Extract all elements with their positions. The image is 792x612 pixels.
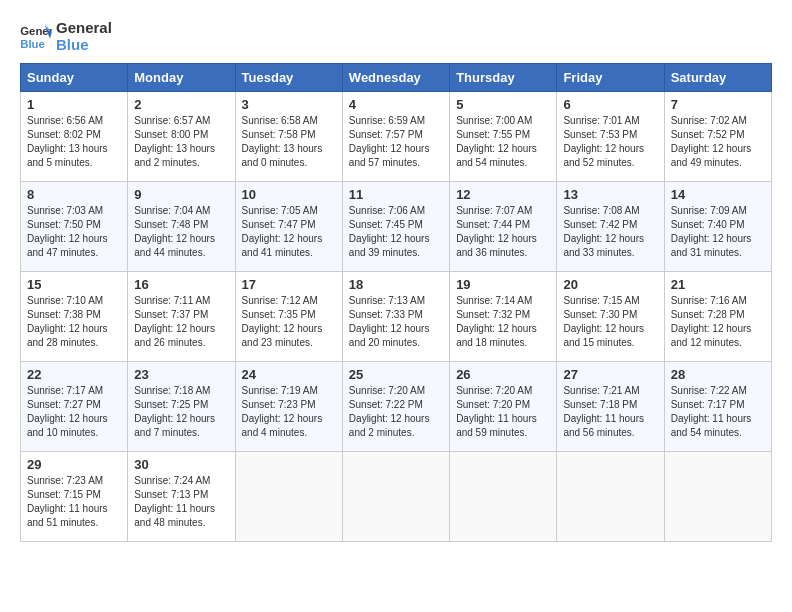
calendar-cell: 18Sunrise: 7:13 AMSunset: 7:33 PMDayligh… xyxy=(342,272,449,362)
col-header-sunday: Sunday xyxy=(21,64,128,92)
calendar-cell: 28Sunrise: 7:22 AMSunset: 7:17 PMDayligh… xyxy=(664,362,771,452)
day-info: Sunrise: 7:10 AMSunset: 7:38 PMDaylight:… xyxy=(27,294,121,350)
day-number: 12 xyxy=(456,187,550,202)
day-info: Sunrise: 7:21 AMSunset: 7:18 PMDaylight:… xyxy=(563,384,657,440)
day-number: 1 xyxy=(27,97,121,112)
day-number: 19 xyxy=(456,277,550,292)
day-info: Sunrise: 7:04 AMSunset: 7:48 PMDaylight:… xyxy=(134,204,228,260)
svg-text:Blue: Blue xyxy=(20,37,45,49)
day-info: Sunrise: 7:23 AMSunset: 7:15 PMDaylight:… xyxy=(27,474,121,530)
calendar-cell: 6Sunrise: 7:01 AMSunset: 7:53 PMDaylight… xyxy=(557,92,664,182)
day-info: Sunrise: 7:11 AMSunset: 7:37 PMDaylight:… xyxy=(134,294,228,350)
day-info: Sunrise: 7:17 AMSunset: 7:27 PMDaylight:… xyxy=(27,384,121,440)
calendar-cell: 16Sunrise: 7:11 AMSunset: 7:37 PMDayligh… xyxy=(128,272,235,362)
col-header-thursday: Thursday xyxy=(450,64,557,92)
calendar-cell: 17Sunrise: 7:12 AMSunset: 7:35 PMDayligh… xyxy=(235,272,342,362)
week-row-2: 8Sunrise: 7:03 AMSunset: 7:50 PMDaylight… xyxy=(21,182,772,272)
day-info: Sunrise: 7:24 AMSunset: 7:13 PMDaylight:… xyxy=(134,474,228,530)
day-number: 14 xyxy=(671,187,765,202)
day-number: 11 xyxy=(349,187,443,202)
logo-general: General xyxy=(56,20,112,37)
calendar-cell xyxy=(450,452,557,542)
col-header-saturday: Saturday xyxy=(664,64,771,92)
day-info: Sunrise: 7:20 AMSunset: 7:22 PMDaylight:… xyxy=(349,384,443,440)
calendar-cell: 24Sunrise: 7:19 AMSunset: 7:23 PMDayligh… xyxy=(235,362,342,452)
calendar-cell: 20Sunrise: 7:15 AMSunset: 7:30 PMDayligh… xyxy=(557,272,664,362)
calendar-cell: 5Sunrise: 7:00 AMSunset: 7:55 PMDaylight… xyxy=(450,92,557,182)
day-number: 8 xyxy=(27,187,121,202)
day-info: Sunrise: 6:56 AMSunset: 8:02 PMDaylight:… xyxy=(27,114,121,170)
day-info: Sunrise: 7:03 AMSunset: 7:50 PMDaylight:… xyxy=(27,204,121,260)
calendar-cell: 11Sunrise: 7:06 AMSunset: 7:45 PMDayligh… xyxy=(342,182,449,272)
day-number: 28 xyxy=(671,367,765,382)
day-info: Sunrise: 7:13 AMSunset: 7:33 PMDaylight:… xyxy=(349,294,443,350)
day-number: 7 xyxy=(671,97,765,112)
day-number: 25 xyxy=(349,367,443,382)
week-row-4: 22Sunrise: 7:17 AMSunset: 7:27 PMDayligh… xyxy=(21,362,772,452)
day-info: Sunrise: 7:01 AMSunset: 7:53 PMDaylight:… xyxy=(563,114,657,170)
calendar-cell: 2Sunrise: 6:57 AMSunset: 8:00 PMDaylight… xyxy=(128,92,235,182)
day-info: Sunrise: 7:12 AMSunset: 7:35 PMDaylight:… xyxy=(242,294,336,350)
logo: General Blue General Blue xyxy=(20,20,112,53)
calendar-cell xyxy=(664,452,771,542)
day-number: 9 xyxy=(134,187,228,202)
calendar-cell: 8Sunrise: 7:03 AMSunset: 7:50 PMDaylight… xyxy=(21,182,128,272)
calendar-cell: 29Sunrise: 7:23 AMSunset: 7:15 PMDayligh… xyxy=(21,452,128,542)
calendar-cell: 10Sunrise: 7:05 AMSunset: 7:47 PMDayligh… xyxy=(235,182,342,272)
day-number: 24 xyxy=(242,367,336,382)
calendar-cell: 25Sunrise: 7:20 AMSunset: 7:22 PMDayligh… xyxy=(342,362,449,452)
col-header-friday: Friday xyxy=(557,64,664,92)
day-info: Sunrise: 7:18 AMSunset: 7:25 PMDaylight:… xyxy=(134,384,228,440)
calendar-cell: 3Sunrise: 6:58 AMSunset: 7:58 PMDaylight… xyxy=(235,92,342,182)
day-number: 6 xyxy=(563,97,657,112)
day-info: Sunrise: 7:08 AMSunset: 7:42 PMDaylight:… xyxy=(563,204,657,260)
col-header-tuesday: Tuesday xyxy=(235,64,342,92)
day-info: Sunrise: 7:19 AMSunset: 7:23 PMDaylight:… xyxy=(242,384,336,440)
calendar-cell: 26Sunrise: 7:20 AMSunset: 7:20 PMDayligh… xyxy=(450,362,557,452)
week-row-1: 1Sunrise: 6:56 AMSunset: 8:02 PMDaylight… xyxy=(21,92,772,182)
calendar-cell: 30Sunrise: 7:24 AMSunset: 7:13 PMDayligh… xyxy=(128,452,235,542)
week-row-5: 29Sunrise: 7:23 AMSunset: 7:15 PMDayligh… xyxy=(21,452,772,542)
day-info: Sunrise: 7:02 AMSunset: 7:52 PMDaylight:… xyxy=(671,114,765,170)
calendar-cell: 23Sunrise: 7:18 AMSunset: 7:25 PMDayligh… xyxy=(128,362,235,452)
day-info: Sunrise: 7:06 AMSunset: 7:45 PMDaylight:… xyxy=(349,204,443,260)
calendar-cell: 19Sunrise: 7:14 AMSunset: 7:32 PMDayligh… xyxy=(450,272,557,362)
calendar-cell: 14Sunrise: 7:09 AMSunset: 7:40 PMDayligh… xyxy=(664,182,771,272)
day-info: Sunrise: 6:57 AMSunset: 8:00 PMDaylight:… xyxy=(134,114,228,170)
day-info: Sunrise: 6:58 AMSunset: 7:58 PMDaylight:… xyxy=(242,114,336,170)
day-number: 29 xyxy=(27,457,121,472)
day-number: 10 xyxy=(242,187,336,202)
calendar-cell: 12Sunrise: 7:07 AMSunset: 7:44 PMDayligh… xyxy=(450,182,557,272)
calendar-cell: 21Sunrise: 7:16 AMSunset: 7:28 PMDayligh… xyxy=(664,272,771,362)
day-number: 20 xyxy=(563,277,657,292)
day-number: 23 xyxy=(134,367,228,382)
day-info: Sunrise: 7:15 AMSunset: 7:30 PMDaylight:… xyxy=(563,294,657,350)
page-header: General Blue General Blue xyxy=(20,20,772,53)
day-number: 30 xyxy=(134,457,228,472)
day-info: Sunrise: 7:05 AMSunset: 7:47 PMDaylight:… xyxy=(242,204,336,260)
day-number: 17 xyxy=(242,277,336,292)
calendar-cell: 7Sunrise: 7:02 AMSunset: 7:52 PMDaylight… xyxy=(664,92,771,182)
day-info: Sunrise: 7:00 AMSunset: 7:55 PMDaylight:… xyxy=(456,114,550,170)
col-header-monday: Monday xyxy=(128,64,235,92)
day-number: 15 xyxy=(27,277,121,292)
calendar-cell xyxy=(557,452,664,542)
calendar-table: SundayMondayTuesdayWednesdayThursdayFrid… xyxy=(20,63,772,542)
calendar-cell: 27Sunrise: 7:21 AMSunset: 7:18 PMDayligh… xyxy=(557,362,664,452)
day-number: 3 xyxy=(242,97,336,112)
day-number: 2 xyxy=(134,97,228,112)
calendar-cell: 1Sunrise: 6:56 AMSunset: 8:02 PMDaylight… xyxy=(21,92,128,182)
day-number: 16 xyxy=(134,277,228,292)
day-number: 26 xyxy=(456,367,550,382)
logo-icon: General Blue xyxy=(20,23,52,51)
calendar-cell: 13Sunrise: 7:08 AMSunset: 7:42 PMDayligh… xyxy=(557,182,664,272)
day-info: Sunrise: 7:07 AMSunset: 7:44 PMDaylight:… xyxy=(456,204,550,260)
day-info: Sunrise: 7:16 AMSunset: 7:28 PMDaylight:… xyxy=(671,294,765,350)
logo-blue: Blue xyxy=(56,37,112,54)
day-number: 13 xyxy=(563,187,657,202)
day-number: 27 xyxy=(563,367,657,382)
day-info: Sunrise: 7:09 AMSunset: 7:40 PMDaylight:… xyxy=(671,204,765,260)
day-info: Sunrise: 7:22 AMSunset: 7:17 PMDaylight:… xyxy=(671,384,765,440)
day-number: 4 xyxy=(349,97,443,112)
day-info: Sunrise: 7:14 AMSunset: 7:32 PMDaylight:… xyxy=(456,294,550,350)
